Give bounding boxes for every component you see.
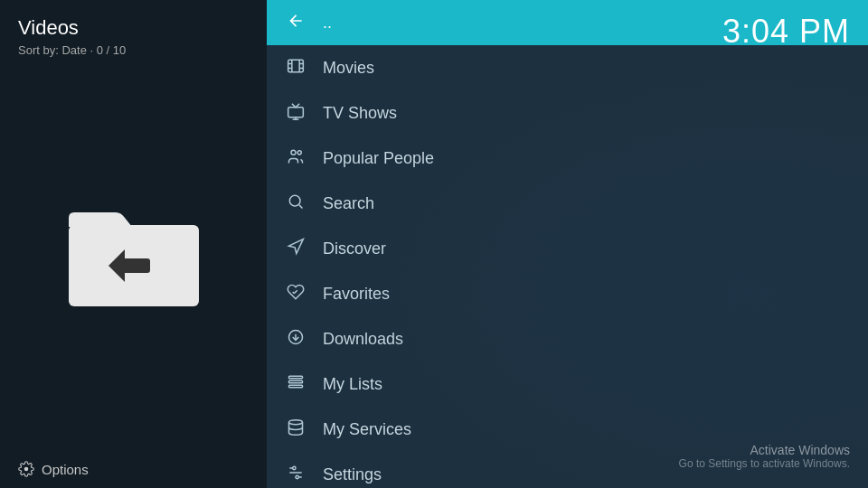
activate-windows-notice: Activate Windows Go to Settings to activ… [679, 443, 850, 470]
svg-point-16 [289, 195, 300, 206]
heart-icon [285, 283, 307, 305]
activate-windows-title: Activate Windows [679, 443, 850, 457]
svg-line-17 [299, 204, 303, 208]
options-bar[interactable]: Options [0, 450, 267, 488]
movies-icon [285, 57, 307, 80]
svg-point-30 [293, 466, 296, 469]
menu-item-my-lists-label: My Lists [323, 375, 382, 394]
tv-icon [285, 102, 307, 125]
gear-options-icon [18, 461, 34, 477]
svg-point-14 [291, 150, 296, 155]
svg-rect-25 [289, 385, 303, 388]
page-title: Videos [0, 0, 267, 43]
svg-point-31 [296, 475, 298, 478]
settings-icon [285, 464, 307, 486]
menu-item-my-lists[interactable]: My Lists [267, 361, 868, 407]
download-icon [285, 328, 307, 351]
svg-point-15 [297, 150, 301, 154]
clock: 3:04 PM [722, 13, 850, 51]
svg-rect-11 [288, 107, 304, 117]
sort-info: Sort by: Date · 0 / 10 [0, 43, 267, 66]
menu-item-discover[interactable]: Discover [267, 226, 868, 271]
menu-item-favorites[interactable]: Favorites [267, 271, 868, 316]
menu-item-search-label: Search [323, 194, 374, 213]
menu-item-downloads-label: Downloads [323, 330, 403, 349]
menu-item-tv-shows[interactable]: TV Shows [267, 90, 868, 136]
menu-item-my-services-label: My Services [323, 420, 411, 439]
options-label: Options [42, 462, 89, 477]
list-icon [285, 373, 307, 396]
left-panel: Videos Sort by: Date · 0 / 10 [0, 0, 267, 488]
menu-item-settings-label: Settings [323, 465, 382, 484]
svg-point-3 [24, 467, 29, 472]
menu-item-popular-people[interactable]: Popular People [267, 136, 868, 181]
people-icon [285, 147, 307, 170]
discover-icon [285, 238, 307, 260]
menu-list: .. Movies [267, 0, 868, 488]
svg-marker-18 [289, 239, 304, 253]
menu-item-favorites-label: Favorites [323, 285, 390, 304]
search-icon [285, 192, 307, 215]
menu-item-movies-label: Movies [323, 59, 374, 78]
menu-item-search[interactable]: Search [267, 181, 868, 226]
menu-item-movies[interactable]: Movies [267, 45, 868, 90]
menu-item-downloads[interactable]: Downloads [267, 316, 868, 361]
menu-item-back-label: .. [323, 14, 332, 33]
svg-point-26 [289, 419, 303, 424]
svg-rect-23 [289, 376, 303, 379]
back-icon [285, 12, 307, 34]
services-icon [285, 418, 307, 441]
svg-rect-24 [289, 380, 303, 383]
svg-rect-4 [288, 60, 304, 71]
right-panel: .. Movies [267, 0, 868, 488]
menu-item-tv-shows-label: TV Shows [323, 104, 397, 123]
folder-icon-container [0, 66, 267, 450]
folder-back-icon [61, 198, 206, 319]
svg-line-20 [294, 290, 297, 293]
menu-item-popular-people-label: Popular People [323, 149, 434, 168]
activate-windows-subtitle: Go to Settings to activate Windows. [679, 457, 850, 470]
menu-item-discover-label: Discover [323, 239, 386, 258]
